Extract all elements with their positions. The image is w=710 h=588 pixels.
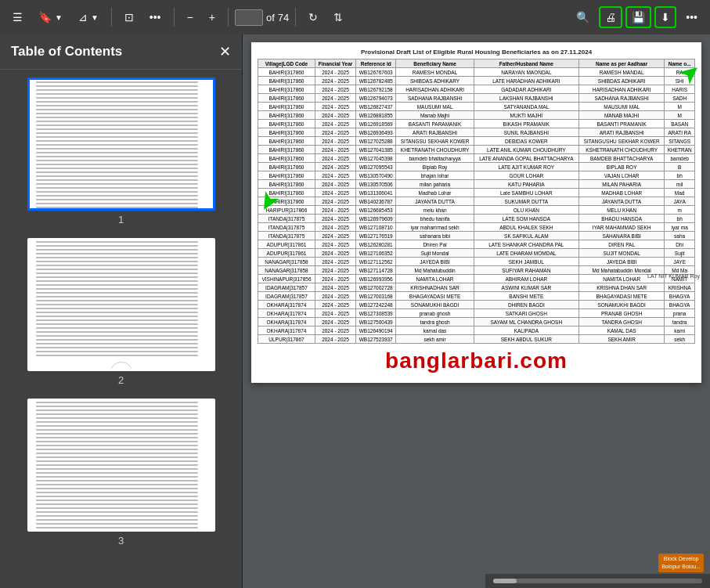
- cell-23-0: NANAGAR|317858: [258, 266, 315, 275]
- cell-25-3: KRISHNADHAN SAR: [396, 283, 474, 292]
- cell-26-5: BHAGAYADASI METE: [579, 292, 665, 301]
- bookmark-dropdown-icon: ▼: [55, 13, 63, 22]
- fit-page-button[interactable]: ⊡: [118, 6, 140, 28]
- cell-19-3: sahanara bibi: [396, 232, 474, 240]
- cell-17-4: LATE SOM HANSDA: [474, 215, 578, 223]
- cell-18-4: ABDUL KHALEK SEKH: [474, 223, 578, 232]
- cell-14-1: 2024 - 2025: [315, 189, 355, 197]
- rotate-button[interactable]: ↻: [302, 6, 324, 28]
- table-row: HARIPUR|3178662024 - 2025WB126685453melu…: [258, 206, 695, 215]
- toc-close-button[interactable]: ✕: [219, 45, 231, 59]
- table-row: ADUPUR|3178612024 - 2025WB126280281Dhire…: [258, 240, 695, 249]
- cell-27-2: WB127242248: [356, 301, 396, 309]
- pdf-area[interactable]: ➤ ➤ Provisional Draft List of Eligible R…: [243, 34, 710, 588]
- cell-8-4: DEBIDAS KOWER: [474, 137, 578, 146]
- cell-4-1: 2024 - 2025: [315, 103, 355, 111]
- cell-3-0: BAHIRI|317860: [258, 94, 315, 103]
- toc-thumbnail-1[interactable]: [27, 78, 215, 211]
- cell-25-6: KRISHNA: [665, 283, 695, 292]
- cell-0-4: NARAYAN MAONDAL: [474, 68, 578, 77]
- cell-5-5: MANAB MAJHI: [579, 111, 665, 120]
- cell-22-5: JAYEDA BIBI: [579, 258, 665, 266]
- cell-1-5: SHIBDAS ADHIKARI: [579, 77, 665, 85]
- cell-18-1: 2024 - 2025: [315, 223, 355, 232]
- table-row: NANAGAR|3178582024 - 2025WB127112562JAYE…: [258, 258, 695, 266]
- cell-9-4: LATE ANIL KUMAR CHOUDHURY: [474, 146, 578, 154]
- toolbar-more-button[interactable]: •••: [679, 6, 704, 28]
- cell-6-5: BASANTI PRAMANIK: [579, 120, 665, 128]
- cell-16-4: OLU KHAN: [474, 206, 578, 215]
- scroll-thumb[interactable]: [493, 579, 517, 583]
- table-row: BAHIRI|3178602024 - 2025WB127095543Bipla…: [258, 163, 695, 171]
- toc-thumbnail-3[interactable]: [27, 399, 215, 532]
- cell-31-2: WB127523937: [356, 335, 396, 344]
- cell-15-1: 2024 - 2025: [315, 197, 355, 206]
- toc-item-3[interactable]: 3: [8, 399, 234, 547]
- save-button[interactable]: 💾: [625, 6, 651, 28]
- scroll-button[interactable]: ⇅: [327, 6, 349, 28]
- toc-item-1[interactable]: 1: [8, 78, 234, 225]
- table-row: BAHIRI|3178602024 - 2025WB140236787JAYAN…: [258, 197, 695, 206]
- cell-4-5: MAUSUMI MAL: [579, 103, 665, 111]
- page-number-input[interactable]: 1: [235, 9, 263, 26]
- filter-icon: ⊿: [78, 11, 88, 23]
- horizontal-scrollbar[interactable]: [493, 579, 702, 583]
- menu-button[interactable]: ☰: [6, 6, 29, 28]
- cell-15-3: JAYANTA DUTTA: [396, 197, 474, 206]
- cell-30-1: 2024 - 2025: [315, 326, 355, 335]
- col-header-name-o: Name o...: [665, 60, 695, 68]
- cell-24-2: WB126993956: [356, 275, 396, 283]
- cell-26-2: WB127003168: [356, 292, 396, 301]
- toc-title: Table of Contents: [11, 44, 122, 60]
- table-row: ULPUR|3178672024 - 2025WB127523937sekh a…: [258, 335, 695, 344]
- cell-21-4: LATE DHARAM MOMDAL: [474, 249, 578, 258]
- cell-19-4: SK SAFIKUL ALAM: [474, 232, 578, 240]
- search-icon: 🔍: [576, 11, 589, 23]
- search-button[interactable]: 🔍: [570, 6, 596, 28]
- print-button[interactable]: 🖨: [599, 6, 622, 28]
- cell-4-2: WB126827437: [356, 103, 396, 111]
- cell-16-0: HARIPUR|317866: [258, 206, 315, 215]
- table-row: BAHIRI|3178602024 - 2025WB126794073SADHA…: [258, 94, 695, 103]
- cell-28-0: OKHARA|317874: [258, 309, 315, 318]
- cell-5-4: MUKTI MAJHI: [474, 111, 578, 120]
- cell-6-1: 2024 - 2025: [315, 120, 355, 128]
- cell-20-6: Dhi: [665, 240, 695, 249]
- cell-24-3: NAMITA LOHAR: [396, 275, 474, 283]
- main-area: Table of Contents ✕: [0, 34, 710, 588]
- cell-27-4: DHIREN BAGDI: [474, 301, 578, 309]
- fit-page-icon: ⊡: [124, 11, 134, 23]
- toc-thumbnail-2[interactable]: [27, 238, 215, 371]
- cell-5-6: M: [665, 111, 695, 120]
- col-header-beneficiary-name: Beneficiary Name: [396, 60, 474, 68]
- toc-item-2[interactable]: 2: [8, 238, 234, 386]
- cell-16-6: m: [665, 206, 695, 215]
- cell-3-1: 2024 - 2025: [315, 94, 355, 103]
- table-row: OKHARA|3178742024 - 2025WB126490194kamal…: [258, 326, 695, 335]
- cell-28-1: 2024 - 2025: [315, 309, 355, 318]
- page-total-label: of: [266, 12, 275, 23]
- cell-29-6: tandra: [665, 318, 695, 326]
- cell-14-0: BAHIRI|317860: [258, 189, 315, 197]
- cell-19-6: saha: [665, 232, 695, 240]
- cell-3-4: LAKSHAN RAJBANSHI: [474, 94, 578, 103]
- cell-26-3: BHAGAYADASI METE: [396, 292, 474, 301]
- cell-2-5: HARISADHAN ADHIKARI: [579, 85, 665, 94]
- table-row: NANAGAR|3178582024 - 2025WB127114728Md M…: [258, 266, 695, 275]
- cell-9-5: KSHETRANATH CHOUDHURY: [579, 146, 665, 154]
- cell-31-3: sekh amir: [396, 335, 474, 344]
- filter-button[interactable]: ⊿ ▼: [72, 6, 105, 28]
- zoom-out-button[interactable]: −: [181, 6, 200, 28]
- cell-20-3: Dhiren Pal: [396, 240, 474, 249]
- cell-7-6: ARATI RA: [665, 128, 695, 137]
- cell-19-0: ITANDA|317875: [258, 232, 315, 240]
- bookmark-button[interactable]: 🔖 ▼: [32, 6, 69, 28]
- data-table: Village|LGD Code Financial Year Referenc…: [258, 59, 695, 344]
- download-button[interactable]: ⬇: [654, 6, 676, 28]
- more-options-button[interactable]: •••: [143, 6, 168, 28]
- table-row: OKHARA|3178742024 - 2025WB127242248SONAM…: [258, 301, 695, 309]
- cell-17-0: ITANDA|317875: [258, 215, 315, 223]
- zoom-in-button[interactable]: +: [203, 6, 222, 28]
- cell-23-2: WB127114728: [356, 266, 396, 275]
- cell-5-0: BAHIRI|317860: [258, 111, 315, 120]
